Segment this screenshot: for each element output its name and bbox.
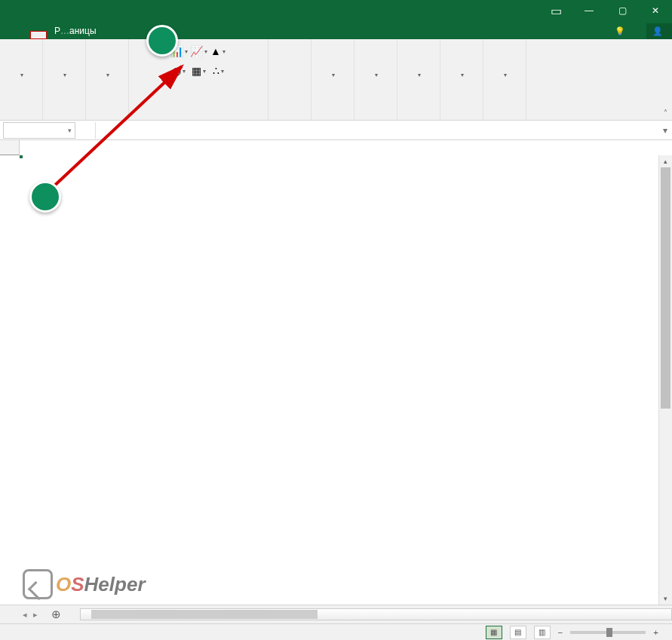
watermark: OSHelper [23,569,146,599]
watermark-icon [23,569,53,599]
sheet-tab-bar: ◂▸ ⊕ [0,605,672,623]
link-icon [407,44,431,68]
tab-insert[interactable] [31,32,46,38]
text-button[interactable] [445,42,478,81]
add-sheet-button[interactable]: ⊕ [44,608,69,621]
picture-icon [52,44,76,68]
tab-pagelayout[interactable]: Р…аницы [47,23,104,39]
ribbon-tabs: Р…аницы 💡 👤 [0,21,672,39]
expand-formula-icon[interactable]: ▾ [658,125,672,136]
addin-icon [95,44,119,68]
vertical-scrollbar[interactable]: ▴▾ [658,155,672,605]
tell-me[interactable]: 💡 [609,23,634,39]
collapse-ribbon-icon[interactable]: ˄ [664,109,667,117]
line-chart-icon[interactable]: 📈 [189,42,207,60]
pivot-chart-button[interactable] [230,42,263,71]
zoom-out-button[interactable]: − [558,628,563,637]
annotation-box-1 [30,31,47,39]
qat-save-icon[interactable] [8,5,20,17]
annotation-badge-1 [146,25,178,57]
area-chart-icon[interactable]: ▲ [209,42,227,60]
zoom-slider[interactable] [570,631,646,634]
select-all-button[interactable] [0,140,20,155]
text-icon [450,44,474,68]
illustrations-button[interactable] [48,42,81,81]
view-page-layout-button[interactable]: ▤ [510,626,526,639]
qat-undo-icon[interactable] [24,5,36,17]
restore-button[interactable]: ▢ [606,0,639,21]
table-icon [9,44,33,68]
selection-outline [20,155,23,158]
close-button[interactable]: ✕ [639,0,672,21]
sheet-nav-next-icon[interactable]: ▸ [33,610,38,620]
spreadsheet-grid: ▴▾ [0,140,672,605]
sparklines-button[interactable] [316,42,349,81]
cells-area[interactable] [20,155,658,591]
sparkline-icon [321,44,345,68]
formula-input[interactable] [95,122,658,139]
view-page-break-button[interactable]: ▥ [534,626,551,639]
globe-icon [278,44,302,68]
share-button[interactable]: 👤 [646,23,672,39]
scatter-chart-icon[interactable]: ∴ [209,62,227,80]
symbols-button[interactable] [488,42,521,81]
symbol-icon [492,44,517,68]
addins-button[interactable] [91,42,124,81]
ribbon-options-icon[interactable]: ▭ [539,0,572,21]
pivot-chart-icon [235,44,259,68]
sign-in[interactable] [634,29,646,35]
view-normal-button[interactable]: ▦ [486,626,502,639]
qat-more-icon[interactable] [57,5,69,17]
name-box[interactable] [3,122,75,139]
status-bar: ▦ ▤ ▥ − + [0,623,672,640]
filters-button[interactable] [359,42,392,81]
title-bar: ▭ — ▢ ✕ [0,0,672,21]
annotation-badge-2 [29,181,61,213]
formula-bar: ▾ [0,121,672,140]
hier-chart-icon[interactable]: ▦ [189,62,207,80]
minimize-button[interactable]: — [572,0,606,21]
sheet-nav-prev-icon[interactable]: ◂ [23,610,27,620]
horizontal-scrollbar[interactable] [80,608,672,620]
tab-file[interactable] [0,33,15,39]
tab-formulas[interactable] [104,33,119,39]
pie-chart-icon[interactable]: ◔ [170,62,188,80]
chart-types: 📊 📈 ▲ ◔ ▦ ∴ [170,42,227,80]
tab-data[interactable] [119,33,134,39]
ribbon: 📊 📈 ▲ ◔ ▦ ∴ ˄ [0,39,672,121]
tables-button[interactable] [5,42,38,81]
map3d-button[interactable] [273,42,306,71]
zoom-in-button[interactable]: + [653,628,658,637]
filter-icon [364,44,388,68]
links-button[interactable] [402,42,435,81]
qat-redo-icon[interactable] [41,5,53,17]
tab-home[interactable] [15,33,30,39]
